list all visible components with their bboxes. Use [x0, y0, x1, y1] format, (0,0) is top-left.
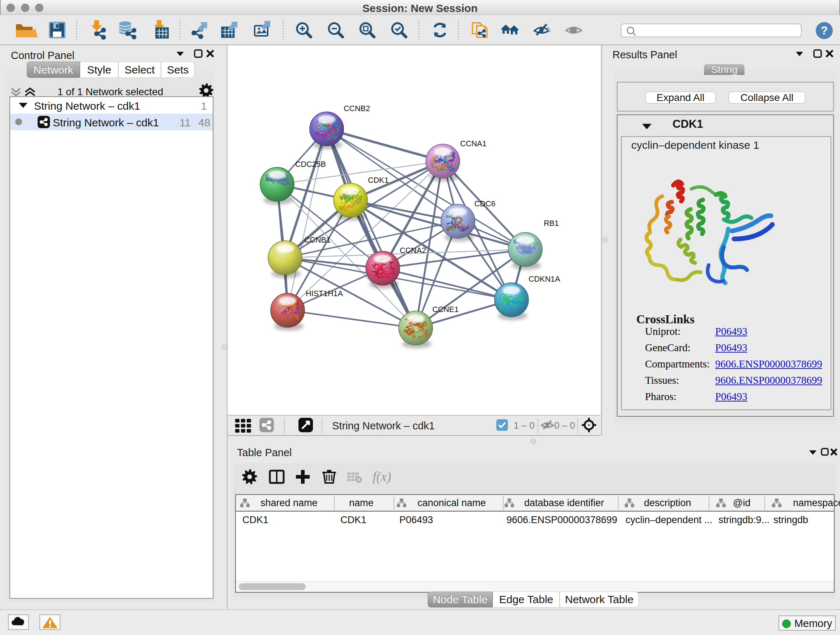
svg-text:CDC25B: CDC25B — [295, 160, 326, 169]
svg-text:CDC6: CDC6 — [474, 200, 496, 208]
svg-text:CCNB1: CCNB1 — [304, 236, 331, 244]
svg-text:CCNA1: CCNA1 — [460, 139, 486, 148]
svg-text:CDK1: CDK1 — [368, 176, 388, 185]
svg-text:HIST1H1A: HIST1H1A — [306, 289, 343, 298]
svg-text:f(x): f(x) — [373, 469, 391, 485]
svg-text:String Network – cdk1: String Network – cdk1 — [332, 420, 435, 432]
svg-text:CDKN1A: CDKN1A — [529, 275, 561, 283]
svg-text:1 – 0: 1 – 0 — [514, 420, 535, 431]
svg-text:0 – 0: 0 – 0 — [554, 420, 575, 431]
svg-text:CCNE1: CCNE1 — [432, 305, 459, 314]
svg-text:RB1: RB1 — [544, 219, 559, 228]
svg-text:CCNB2: CCNB2 — [344, 104, 370, 113]
svg-text:CCNA2: CCNA2 — [400, 246, 426, 255]
